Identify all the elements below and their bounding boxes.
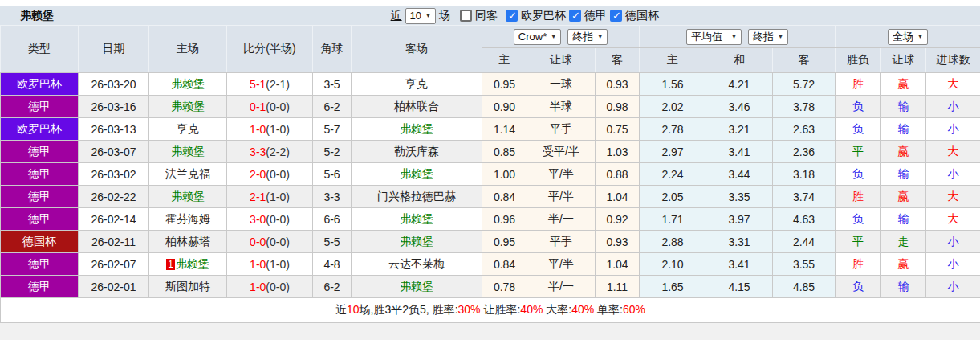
away-team-cell: 弗赖堡 [352, 231, 482, 253]
same-away-checkbox[interactable] [460, 10, 472, 22]
avg-draw-cell: 3.21 [706, 118, 773, 141]
avg-draw-cell: 4.21 [706, 73, 773, 96]
avg-away-cell: 4.63 [773, 208, 836, 231]
match-history-table: 类型 日期 主场 比分(半场) 角球 客场 Crow*▼ 终指▼ 平均值▼ 终指… [0, 25, 980, 323]
away-team-cell: 勒沃库森 [352, 141, 482, 163]
avg-home-cell: 2.10 [640, 253, 706, 276]
scope-select-value: 全场 [893, 30, 913, 44]
league-cell: 德甲 [1, 186, 79, 208]
score-cell: 0-0(0-0) [227, 231, 313, 253]
result-cell: 胜 [836, 186, 881, 208]
handicap-line-cell: 一球 [527, 73, 596, 96]
col-header-avg-away: 客 [773, 48, 836, 73]
col-header-score: 比分(半场) [227, 26, 313, 73]
bookmaker-select[interactable]: Crow*▼ [514, 29, 561, 45]
average-select[interactable]: 平均值▼ [686, 29, 742, 45]
avg-away-cell: 3.18 [773, 163, 836, 186]
score-cell: 0-1(0-0) [227, 96, 313, 118]
summary-label: 近 [335, 303, 347, 316]
average-index-select[interactable]: 终指▼ [748, 29, 788, 45]
chevron-down-icon: ▼ [597, 34, 603, 39]
away-odds-cell: 0.75 [596, 118, 640, 141]
filter-europa-checkbox[interactable] [506, 10, 518, 22]
score-cell: 3-3(2-2) [227, 141, 313, 163]
avg-home-cell: 2.02 [640, 96, 706, 118]
score-cell: 1-0(0-0) [227, 276, 313, 298]
away-odds-cell: 0.93 [596, 231, 640, 253]
bookmaker-select-value: Crow* [518, 31, 547, 43]
league-cell: 德甲 [1, 163, 79, 186]
summary-row: 近10场,胜3平2负5, 胜率:30% 让胜率:40% 大率:40% 单率:60… [1, 298, 980, 323]
avg-home-cell: 1.56 [640, 73, 706, 96]
date-cell: 26-03-20 [79, 73, 149, 96]
match-row: 德甲26-02-22弗赖堡2-1(1-0)3-3门兴格拉德巴赫0.84平/半1.… [1, 186, 980, 208]
recent-count-value: 10 [410, 10, 421, 22]
away-odds-cell: 0.98 [596, 96, 640, 118]
handicap-line-cell: 平手 [527, 231, 596, 253]
col-header-result: 胜负 [836, 48, 881, 73]
home-team-cell: 柏林赫塔 [149, 231, 227, 253]
home-odds-cell: 0.95 [482, 73, 527, 96]
bookmaker-index-select[interactable]: 终指▼ [567, 29, 608, 45]
home-team-cell: 亨克 [149, 118, 227, 141]
corner-cell: 6-2 [313, 96, 352, 118]
match-row: 德甲26-03-07弗赖堡3-3(2-2)5-2勒沃库森0.85受平/半1.03… [1, 141, 980, 163]
avg-away-cell: 3.78 [773, 96, 836, 118]
league-cell: 欧罗巴杯 [1, 118, 79, 141]
recent-link[interactable]: 近 [391, 9, 402, 23]
score-cell: 2-0(0-0) [227, 163, 313, 186]
handicap-line-cell: 半/一 [527, 208, 596, 231]
away-odds-cell: 0.92 [596, 208, 640, 231]
score-cell: 3-0(0-0) [227, 208, 313, 231]
handicap-result-cell: 输 [881, 163, 926, 186]
match-row: 德国杯26-02-11柏林赫塔0-0(0-0)5-5弗赖堡0.95平手0.932… [1, 231, 980, 253]
page-title: 弗赖堡 [0, 9, 54, 23]
summary-label: 单率: [594, 303, 623, 316]
summary-value: 60% [623, 303, 645, 316]
avg-away-cell: 3.55 [773, 253, 836, 276]
top-strip [0, 0, 980, 6]
filter-pokal-checkbox[interactable] [610, 10, 622, 22]
topbar-controls: 近 10▼ 场 同客 欧罗巴杯 德甲 德国杯 [391, 8, 659, 24]
away-odds-cell: 1.11 [596, 276, 640, 298]
result-cell: 负 [836, 276, 881, 298]
chevron-down-icon: ▼ [917, 34, 923, 39]
goals-result-cell: 小 [926, 118, 980, 141]
average-index-value: 终指 [753, 30, 774, 44]
home-team-cell: 法兰克福 [149, 163, 227, 186]
col-header-home: 主场 [149, 26, 227, 73]
titlebar: 弗赖堡 近 10▼ 场 同客 欧罗巴杯 德甲 德国杯 [0, 6, 980, 25]
score-cell: 5-1(2-1) [227, 73, 313, 96]
handicap-result-cell: 输 [881, 118, 926, 141]
avg-draw-cell: 3.46 [706, 96, 773, 118]
avg-draw-cell: 3.41 [706, 253, 773, 276]
result-group-header: 全场▼ [836, 26, 980, 48]
match-row: 欧罗巴杯26-03-20弗赖堡5-1(2-1)3-5亨克0.95一球0.931.… [1, 73, 980, 96]
avg-draw-cell: 4.15 [706, 276, 773, 298]
goals-result-cell: 小 [926, 231, 980, 253]
date-cell: 26-02-07 [79, 253, 149, 276]
recent-count-select[interactable]: 10▼ [405, 8, 436, 24]
home-team-cell: 弗赖堡 [149, 186, 227, 208]
home-team-cell: 弗赖堡 [149, 141, 227, 163]
filter-bundesliga-checkbox[interactable] [569, 10, 581, 22]
corner-cell: 4-8 [313, 253, 352, 276]
summary-label: 让胜率: [481, 303, 521, 316]
home-odds-cell: 0.85 [482, 141, 527, 163]
date-cell: 26-03-07 [79, 141, 149, 163]
goals-result-cell: 大 [926, 208, 980, 231]
avg-home-cell: 2.24 [640, 163, 706, 186]
corner-cell: 5-5 [313, 231, 352, 253]
scope-select[interactable]: 全场▼ [888, 29, 928, 45]
avg-draw-cell: 3.97 [706, 208, 773, 231]
summary-value: 30% [458, 303, 481, 316]
league-cell: 德国杯 [1, 231, 79, 253]
chevron-down-icon: ▼ [425, 13, 431, 18]
goals-result-cell: 小 [926, 253, 980, 276]
handicap-line-cell: 受平/半 [527, 141, 596, 163]
col-header-corners: 角球 [313, 26, 352, 73]
summary-value: 40% [520, 303, 543, 316]
date-cell: 26-03-13 [79, 118, 149, 141]
home-team-cell: 霍芬海姆 [149, 208, 227, 231]
filter-pokal-label: 德国杯 [625, 9, 659, 23]
